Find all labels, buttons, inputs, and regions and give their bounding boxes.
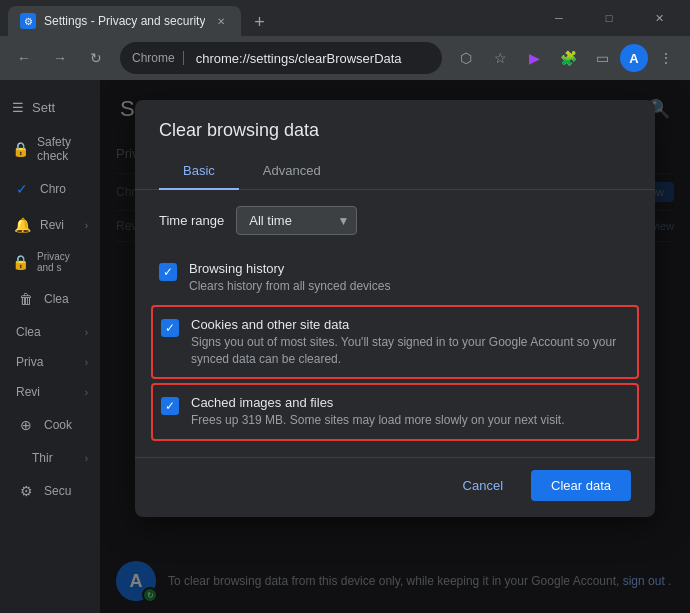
sidebar-item-label: Cook bbox=[44, 418, 72, 432]
chevron-right-icon4: › bbox=[85, 387, 88, 398]
cookies-checkbox[interactable]: ✓ bbox=[161, 319, 179, 337]
check-icon: ✓ bbox=[165, 321, 175, 335]
cached-checkbox[interactable]: ✓ bbox=[161, 397, 179, 415]
tab-basic[interactable]: Basic bbox=[159, 153, 239, 190]
tab-strip: ⚙ Settings - Privacy and security ✕ + bbox=[8, 0, 532, 36]
gear-icon: ⚙ bbox=[16, 481, 36, 501]
sidebar-item-safety[interactable]: 🔒 Safety check bbox=[0, 127, 100, 171]
forward-button[interactable]: → bbox=[44, 42, 76, 74]
dialog-tabs: Basic Advanced bbox=[135, 153, 655, 190]
browser-frame: ⚙ Settings - Privacy and security ✕ + ─ … bbox=[0, 0, 690, 613]
menu-icon[interactable]: ⋮ bbox=[650, 42, 682, 74]
extensions-icon[interactable]: 🧩 bbox=[552, 42, 584, 74]
cached-desc: Frees up 319 MB. Some sites may load mor… bbox=[191, 412, 629, 429]
cookies-title: Cookies and other site data bbox=[191, 317, 629, 332]
address-text: chrome://settings/clearBrowserData bbox=[196, 51, 402, 66]
sidebar-item-label: Revi bbox=[40, 218, 64, 232]
time-range-row: Time range All time Last hour Last 24 ho… bbox=[159, 206, 631, 235]
sidebar-item-label: Priva bbox=[16, 355, 43, 369]
main-content: ☰ Sett 🔒 Safety check ✓ Chro 🔔 Revi › 🔒 … bbox=[0, 80, 690, 613]
dialog-title: Clear browsing data bbox=[159, 120, 631, 141]
dialog-overlay: Clear browsing data Basic Advanced Time … bbox=[100, 80, 690, 613]
browser-toolbar: ← → ↻ Chrome chrome://settings/clearBrow… bbox=[0, 36, 690, 80]
bookmark-icon[interactable]: ☆ bbox=[484, 42, 516, 74]
sidebar-item-label: Thir bbox=[32, 451, 53, 465]
dialog-footer: Cancel Clear data bbox=[135, 457, 655, 517]
sidebar-item-label: Safety check bbox=[37, 135, 88, 163]
sidebar-item-review[interactable]: 🔔 Revi › bbox=[0, 207, 100, 243]
media-icon[interactable]: ▶ bbox=[518, 42, 550, 74]
sidebar-item-clear[interactable]: 🗑 Clea bbox=[0, 281, 100, 317]
time-range-label: Time range bbox=[159, 213, 224, 228]
back-button[interactable]: ← bbox=[8, 42, 40, 74]
browsing-history-item: ✓ Browsing history Clears history from a… bbox=[159, 251, 631, 305]
chrome-icon: ✓ bbox=[12, 179, 32, 199]
clear-browsing-data-dialog: Clear browsing data Basic Advanced Time … bbox=[135, 100, 655, 517]
trash-icon: 🗑 bbox=[16, 289, 36, 309]
check-icon: ✓ bbox=[163, 265, 173, 279]
sidebar-item-cookies[interactable]: ⊕ Cook bbox=[0, 407, 100, 443]
clear-data-button[interactable]: Clear data bbox=[531, 470, 631, 501]
sidebar-item-label: Clea bbox=[44, 292, 69, 306]
time-range-select[interactable]: All time Last hour Last 24 hours Last 7 … bbox=[236, 206, 357, 235]
active-tab[interactable]: ⚙ Settings - Privacy and security ✕ bbox=[8, 6, 241, 36]
cookies-desc: Signs you out of most sites. You'll stay… bbox=[191, 334, 629, 368]
tab-favicon: ⚙ bbox=[20, 13, 36, 29]
sidebar-item-label: Revi bbox=[16, 385, 40, 399]
tab-advanced[interactable]: Advanced bbox=[239, 153, 345, 190]
chevron-right-icon3: › bbox=[85, 357, 88, 368]
chevron-right-icon: › bbox=[85, 220, 88, 231]
new-tab-button[interactable]: + bbox=[245, 8, 273, 36]
maximize-button[interactable]: □ bbox=[586, 3, 632, 33]
address-bar[interactable]: Chrome chrome://settings/clearBrowserDat… bbox=[120, 42, 442, 74]
cancel-button[interactable]: Cancel bbox=[443, 470, 523, 501]
cached-title: Cached images and files bbox=[191, 395, 629, 410]
sidebar-toggle-icon[interactable]: ▭ bbox=[586, 42, 618, 74]
sidebar-item-third[interactable]: Thir › bbox=[0, 443, 100, 473]
cookies-content: Cookies and other site data Signs you ou… bbox=[191, 317, 629, 368]
sidebar-item-chrome[interactable]: ✓ Chro bbox=[0, 171, 100, 207]
menu-hamburger-icon[interactable]: ☰ bbox=[12, 100, 24, 115]
settings-title: Sett bbox=[32, 100, 55, 115]
toolbar-icons: ⬡ ☆ ▶ 🧩 ▭ A ⋮ bbox=[450, 42, 682, 74]
sidebar-item-privacy2[interactable]: Priva › bbox=[0, 347, 100, 377]
page-content: Sett 🔍 Privacy and s Chro now Revi bbox=[100, 80, 690, 613]
bell-icon: 🔔 bbox=[12, 215, 32, 235]
title-bar: ⚙ Settings - Privacy and security ✕ + ─ … bbox=[0, 0, 690, 36]
sidebar: ☰ Sett 🔒 Safety check ✓ Chro 🔔 Revi › 🔒 … bbox=[0, 80, 100, 613]
browsing-history-title: Browsing history bbox=[189, 261, 631, 276]
minimize-button[interactable]: ─ bbox=[536, 3, 582, 33]
chevron-right-icon2: › bbox=[85, 327, 88, 338]
dialog-header: Clear browsing data bbox=[135, 100, 655, 153]
window-controls: ─ □ ✕ bbox=[536, 3, 682, 33]
sidebar-item-label: Privacy and s bbox=[37, 251, 88, 273]
sidebar-item-secu[interactable]: ⚙ Secu bbox=[0, 473, 100, 509]
browsing-history-checkbox[interactable]: ✓ bbox=[159, 263, 177, 281]
profile-button[interactable]: A bbox=[620, 44, 648, 72]
sidebar-item-label: Clea bbox=[16, 325, 41, 339]
sidebar-header: ☰ Sett bbox=[0, 92, 100, 123]
share-icon[interactable]: ⬡ bbox=[450, 42, 482, 74]
dialog-body: Time range All time Last hour Last 24 ho… bbox=[135, 190, 655, 457]
tab-title: Settings - Privacy and security bbox=[44, 14, 205, 28]
chevron-right-icon5: › bbox=[85, 453, 88, 464]
sidebar-item-label: Secu bbox=[44, 484, 71, 498]
check-icon: ✓ bbox=[165, 399, 175, 413]
sidebar-item-review2[interactable]: Revi › bbox=[0, 377, 100, 407]
browsing-history-desc: Clears history from all synced devices bbox=[189, 278, 631, 295]
privacy-icon: 🔒 bbox=[12, 252, 29, 272]
cached-content: Cached images and files Frees up 319 MB.… bbox=[191, 395, 629, 429]
close-button[interactable]: ✕ bbox=[636, 3, 682, 33]
time-range-select-wrapper[interactable]: All time Last hour Last 24 hours Last 7 … bbox=[236, 206, 357, 235]
sidebar-item-label: Chro bbox=[40, 182, 66, 196]
sidebar-item-privacy[interactable]: 🔒 Privacy and s bbox=[0, 243, 100, 281]
address-badge: Chrome bbox=[132, 51, 184, 65]
plus-icon: ⊕ bbox=[16, 415, 36, 435]
browsing-history-content: Browsing history Clears history from all… bbox=[189, 261, 631, 295]
sidebar-item-clear2[interactable]: Clea › bbox=[0, 317, 100, 347]
reload-button[interactable]: ↻ bbox=[80, 42, 112, 74]
cached-item: ✓ Cached images and files Frees up 319 M… bbox=[151, 383, 639, 441]
cookies-item: ✓ Cookies and other site data Signs you … bbox=[151, 305, 639, 380]
tab-close-button[interactable]: ✕ bbox=[213, 13, 229, 29]
safety-icon: 🔒 bbox=[12, 139, 29, 159]
